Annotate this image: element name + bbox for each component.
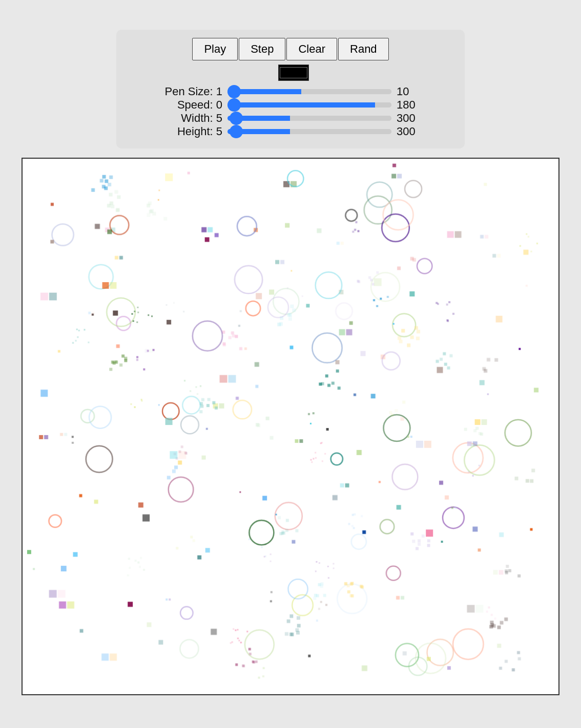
speed-slider-max: 180 bbox=[397, 98, 420, 112]
pen-color-row bbox=[272, 65, 309, 81]
pen-color-input[interactable] bbox=[278, 65, 309, 81]
height-slider-max: 300 bbox=[397, 125, 420, 138]
width-slider-row: Width: 5300 bbox=[161, 112, 420, 125]
canvas-area[interactable] bbox=[22, 158, 559, 695]
pen-size-slider-label: Pen Size: 1 bbox=[161, 85, 222, 98]
button-row: PlayStepClearRand bbox=[192, 38, 388, 60]
speed-slider[interactable] bbox=[227, 102, 391, 108]
pen-size-slider[interactable] bbox=[227, 89, 391, 94]
speed-slider-row: Speed: 0180 bbox=[161, 98, 420, 112]
speed-slider-label: Speed: 0 bbox=[161, 98, 222, 112]
life-canvas[interactable] bbox=[23, 159, 558, 694]
rand-button[interactable]: Rand bbox=[338, 38, 389, 60]
width-slider[interactable] bbox=[227, 116, 391, 121]
width-slider-max: 300 bbox=[397, 112, 420, 125]
step-button[interactable]: Step bbox=[239, 38, 285, 60]
height-slider-label: Height: 5 bbox=[161, 125, 222, 138]
sliders-container: Pen Size: 110Speed: 0180Width: 5300Heigh… bbox=[161, 85, 420, 138]
height-slider[interactable] bbox=[227, 129, 391, 134]
pen-size-slider-row: Pen Size: 110 bbox=[161, 85, 420, 98]
width-slider-label: Width: 5 bbox=[161, 112, 222, 125]
clear-button[interactable]: Clear bbox=[286, 38, 337, 60]
app-container: PlayStepClearRand Pen Size: 110Speed: 01… bbox=[10, 10, 571, 695]
controls-panel: PlayStepClearRand Pen Size: 110Speed: 01… bbox=[116, 30, 465, 148]
play-button[interactable]: Play bbox=[192, 38, 238, 60]
pen-size-slider-max: 10 bbox=[397, 85, 420, 98]
height-slider-row: Height: 5300 bbox=[161, 125, 420, 138]
